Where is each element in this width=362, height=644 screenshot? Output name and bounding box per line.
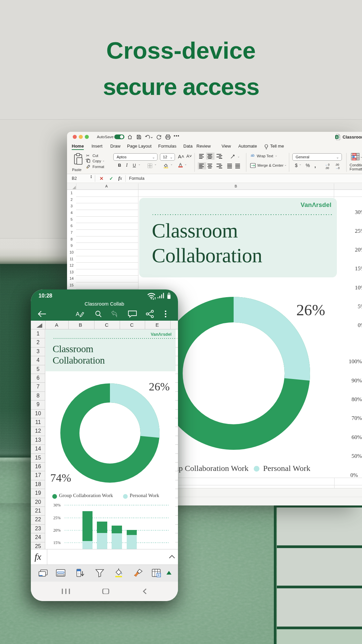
svg-text:X: X [336, 136, 338, 139]
svg-text:A: A [76, 311, 80, 317]
